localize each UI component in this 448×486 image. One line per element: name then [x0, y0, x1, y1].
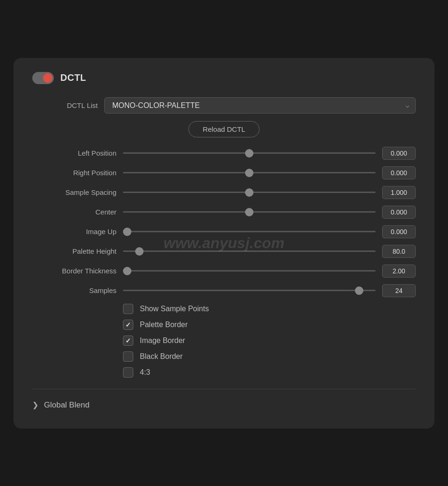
reload-dctl-button[interactable]: Reload DCTL	[188, 121, 260, 137]
checkbox-row: Black Border	[123, 351, 416, 362]
slider-value-6: 2.00	[382, 264, 416, 278]
slider-track-wrap-2	[123, 188, 376, 197]
sliders-container: Left Position 0.000 Right Position 0.000…	[32, 147, 416, 297]
slider-track-wrap-4	[123, 227, 376, 236]
slider-label-6: Border Thickness	[32, 267, 116, 275]
slider-value-3: 0.000	[382, 206, 416, 219]
slider-row: Palette Height 80.0	[32, 245, 416, 258]
slider-label-2: Sample Spacing	[32, 188, 116, 196]
slider-value-0: 0.000	[382, 147, 416, 160]
checkbox-label-3: Black Border	[140, 352, 183, 361]
checkbox-label-4: 4:3	[140, 368, 150, 377]
slider-label-0: Left Position	[32, 149, 116, 157]
slider-row: Left Position 0.000	[32, 147, 416, 160]
slider-input-0[interactable]	[123, 149, 376, 158]
slider-track-wrap-6	[123, 266, 376, 276]
section-title: DCTL	[60, 72, 86, 83]
global-blend-row[interactable]: ❯ Global Blend	[32, 400, 416, 410]
slider-track-wrap-1	[123, 168, 376, 178]
main-panel: www.anyusj.com DCTL DCTL List MONO-COLOR…	[14, 58, 434, 429]
slider-input-7[interactable]	[123, 286, 376, 295]
slider-track-wrap-3	[123, 207, 376, 217]
global-blend-label: Global Blend	[44, 400, 89, 410]
slider-label-3: Center	[32, 208, 116, 216]
slider-input-1[interactable]	[123, 168, 376, 178]
checkbox-row: ✓ Palette Border	[123, 320, 416, 330]
checkbox-1[interactable]: ✓	[123, 320, 133, 330]
slider-track-wrap-7	[123, 286, 376, 295]
divider	[32, 389, 416, 389]
checkbox-row: Show Sample Points	[123, 304, 416, 314]
dctl-list-row: DCTL List MONO-COLOR-PALETTE ⌵	[32, 97, 416, 114]
slider-label-5: Palette Height	[32, 247, 116, 255]
slider-label-1: Right Position	[32, 169, 116, 177]
chevron-right-icon: ❯	[32, 400, 38, 409]
checkbox-0[interactable]	[123, 304, 133, 314]
slider-input-6[interactable]	[123, 266, 376, 276]
slider-value-1: 0.000	[382, 166, 416, 179]
slider-value-4: 0.000	[382, 225, 416, 238]
slider-row: Sample Spacing 1.000	[32, 186, 416, 199]
checkbox-label-1: Palette Border	[140, 321, 188, 329]
slider-row: Right Position 0.000	[32, 166, 416, 179]
dctl-select-wrapper: MONO-COLOR-PALETTE ⌵	[104, 97, 416, 114]
slider-label-7: Samples	[32, 286, 116, 294]
slider-row: Center 0.000	[32, 206, 416, 219]
checkbox-2[interactable]: ✓	[123, 336, 133, 346]
slider-input-2[interactable]	[123, 188, 376, 197]
dctl-list-select[interactable]: MONO-COLOR-PALETTE	[104, 97, 416, 114]
checkmark-icon: ✓	[125, 321, 131, 329]
checkbox-label-2: Image Border	[140, 336, 185, 345]
slider-row: Image Up 0.000	[32, 225, 416, 238]
slider-track-wrap-0	[123, 149, 376, 158]
checkbox-4[interactable]	[123, 367, 133, 378]
dctl-list-label: DCTL List	[32, 101, 98, 109]
checkbox-row: ✓ Image Border	[123, 336, 416, 346]
checkmark-icon: ✓	[125, 337, 131, 344]
dctl-toggle[interactable]	[32, 72, 54, 84]
slider-input-4[interactable]	[123, 227, 376, 236]
checkbox-label-0: Show Sample Points	[140, 305, 209, 313]
checkboxes-container: Show Sample Points ✓ Palette Border ✓ Im…	[123, 304, 416, 378]
slider-input-5[interactable]	[123, 247, 376, 256]
checkbox-3[interactable]	[123, 351, 133, 362]
header: DCTL	[32, 72, 416, 84]
reload-row: Reload DCTL	[32, 121, 416, 137]
slider-label-4: Image Up	[32, 228, 116, 236]
toggle-knob	[43, 73, 52, 83]
slider-row: Border Thickness 2.00	[32, 264, 416, 278]
slider-value-5: 80.0	[382, 245, 416, 258]
slider-value-7: 24	[382, 284, 416, 297]
slider-track-wrap-5	[123, 247, 376, 256]
slider-value-2: 1.000	[382, 186, 416, 199]
slider-input-3[interactable]	[123, 207, 376, 217]
slider-row: Samples 24	[32, 284, 416, 297]
checkbox-row: 4:3	[123, 367, 416, 378]
